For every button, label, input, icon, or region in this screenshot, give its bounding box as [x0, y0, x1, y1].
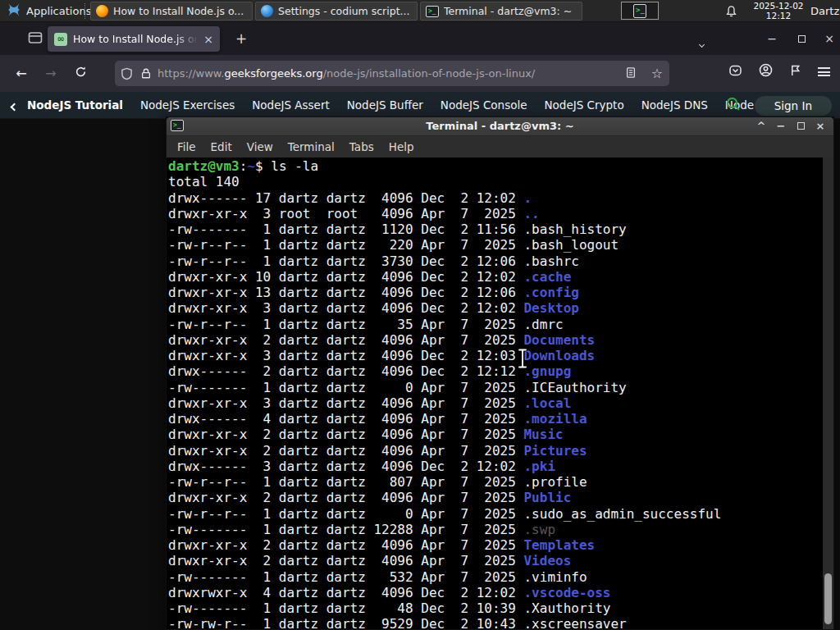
lock-icon[interactable] — [140, 67, 152, 80]
url-domain: geeksforgeeks.org — [224, 67, 322, 80]
terminal-line: -rw------- 1 dartz dartz 1120 Dec 2 11:5… — [168, 221, 823, 237]
terminal-line: drwxr-xr-x 3 dartz dartz 4096 Dec 2 12:0… — [168, 300, 823, 316]
desktop: ∞ How to Install Node.js on × + − × ← → — [0, 0, 840, 630]
terminal-titlebar[interactable]: >_ Terminal - dartz@vm3: ~ ^ − × — [167, 117, 833, 136]
terminal-close-button[interactable]: × — [812, 119, 829, 134]
url-scheme: https://www. — [158, 67, 224, 80]
terminal-line: -rw------- 1 dartz dartz 48 Dec 2 10:39 … — [168, 600, 823, 616]
terminal-minimize-button[interactable]: − — [773, 119, 789, 134]
terminal-line: -rw-r--r-- 1 dartz dartz 220 Apr 7 2025 … — [168, 237, 823, 253]
window-maximize-button[interactable] — [791, 32, 812, 47]
terminal-line: drwxr-xr-x 3 root root 4096 Apr 7 2025 .… — [168, 206, 823, 221]
terminal-screen[interactable]: dartz@vm3:~$ ls -latotal 140drwx------ 1… — [167, 158, 823, 629]
terminal-line: -rw-r--r-- 1 dartz dartz 807 Apr 7 2025 … — [168, 474, 823, 490]
terminal-line: drwxr-xr-x 2 dartz dartz 4096 Apr 7 2025… — [168, 553, 823, 568]
account-icon[interactable] — [759, 63, 773, 80]
terminal-menu-file[interactable]: File — [170, 138, 203, 156]
extensions-icon[interactable] — [789, 64, 801, 80]
terminal-line: -rw------- 1 dartz dartz 532 Apr 7 2025 … — [168, 569, 823, 585]
user-menu[interactable]: Dartz — [810, 5, 839, 17]
terminal-line: -rw-r--r-- 1 dartz dartz 0 Apr 7 2025 .s… — [168, 506, 823, 522]
site-nav-links: NodeJS Tutorial NodeJS ExercisesNodeJS A… — [27, 98, 840, 112]
terminal-scrollbar-thumb[interactable] — [824, 573, 832, 624]
search-icon[interactable] — [725, 96, 742, 116]
clock[interactable]: 2025-12-02 12:12 — [751, 2, 806, 21]
xubuntu-logo-icon — [7, 2, 21, 20]
firefox-toolbar: ← → https://www.geeksforgeeks.org/node-j… — [0, 55, 840, 92]
nav-link-nodejs-assert[interactable]: NodeJS Assert — [252, 98, 330, 112]
geeksforgeeks-favicon-icon: ∞ — [54, 33, 67, 46]
terminal-line: drwxr-xr-x 2 dartz dartz 4096 Apr 7 2025… — [168, 537, 823, 553]
reader-mode-icon[interactable] — [625, 66, 637, 81]
terminal-icon: >_ — [426, 6, 439, 17]
task-label: Settings - codium script... — [278, 5, 409, 17]
terminal-line: drwxr-xr-x 2 dartz dartz 4096 Apr 7 2025… — [168, 443, 823, 459]
terminal-line: drwxr-xr-x 10 dartz dartz 4096 Dec 2 12:… — [168, 269, 823, 285]
terminal-line: drwxr-xr-x 2 dartz dartz 4096 Apr 7 2025… — [168, 490, 823, 505]
nav-link-nodejs-console[interactable]: NodeJS Console — [441, 98, 527, 112]
nav-link-nodejs-buffer[interactable]: NodeJS Buffer — [347, 98, 423, 112]
taskbar-button-firefox[interactable]: How to Install Node.js o... — [90, 2, 253, 21]
clock-date: 2025-12-02 — [751, 2, 806, 11]
top-panel: Applications How to Install Node.js o...… — [0, 0, 840, 22]
terminal-line: -rw-rw-r-- 1 dartz dartz 9529 Dec 2 10:4… — [168, 616, 823, 629]
terminal-line: drwxr-xr-x 2 dartz dartz 4096 Apr 7 2025… — [168, 427, 823, 442]
terminal-window: >_ Terminal - dartz@vm3: ~ ^ − × FileEdi… — [166, 116, 834, 630]
terminal-shade-button[interactable]: ^ — [753, 119, 769, 134]
terminal-line: drwxr-xr-x 13 dartz dartz 4096 Dec 2 12:… — [168, 285, 823, 300]
taskbar-button-codium[interactable]: Settings - codium script... — [255, 2, 418, 21]
terminal-line: -rw-r--r-- 1 dartz dartz 3730 Dec 2 12:0… — [168, 253, 823, 269]
terminal-line: drwxrwxr-x 4 dartz dartz 4096 Dec 2 12:0… — [168, 585, 823, 600]
panel-separator — [84, 3, 88, 19]
terminal-menu-terminal[interactable]: Terminal — [281, 138, 342, 156]
url-path: /node-js/installation-of-node-js-on-linu… — [323, 67, 536, 80]
taskbar: How to Install Node.js o...Settings - co… — [90, 2, 582, 21]
workspace-pager[interactable]: >_ — [621, 2, 659, 20]
firefox-view-icon[interactable] — [28, 31, 43, 48]
terminal-line: drwx------ 2 dartz dartz 4096 Dec 2 12:1… — [168, 363, 823, 379]
terminal-menu-tabs[interactable]: Tabs — [342, 138, 381, 156]
url-bar[interactable]: https://www.geeksforgeeks.org/node-js/in… — [115, 61, 669, 86]
terminal-line: drwx------ 4 dartz dartz 4096 Apr 7 2025… — [168, 411, 823, 427]
task-label: Terminal - dartz@vm3: ~ — [444, 5, 572, 17]
terminal-scrollbar[interactable] — [823, 158, 833, 629]
browser-tab[interactable]: ∞ How to Install Node.js on × — [48, 26, 220, 52]
terminal-line: drwxr-xr-x 2 dartz dartz 4096 Apr 7 2025… — [168, 332, 823, 348]
terminal-line: drwxr-xr-x 3 dartz dartz 4096 Apr 7 2025… — [168, 395, 823, 411]
sign-in-button[interactable]: Sign In — [755, 96, 832, 116]
applications-menu-button[interactable]: Applications — [0, 0, 98, 22]
terminal-menu-edit[interactable]: Edit — [203, 138, 240, 156]
window-close-button[interactable]: × — [819, 32, 840, 47]
firefox-tab-bar: ∞ How to Install Node.js on × + − × — [0, 22, 840, 55]
back-button[interactable]: ← — [11, 64, 31, 84]
nav-link-current[interactable]: NodeJS Tutorial — [27, 98, 123, 112]
forward-button[interactable]: → — [41, 64, 61, 84]
terminal-line: -rw------- 1 dartz dartz 12288 Apr 7 202… — [168, 522, 823, 537]
notification-bell-icon[interactable] — [725, 5, 737, 21]
terminal-line: drwx------ 3 dartz dartz 4096 Dec 2 12:0… — [168, 459, 823, 474]
terminal-menu-view[interactable]: View — [240, 138, 281, 156]
pocket-icon[interactable] — [728, 64, 742, 80]
firefox-icon — [96, 5, 108, 17]
nav-scroll-left-icon[interactable] — [11, 98, 17, 113]
taskbar-button-terminal[interactable]: >_Terminal - dartz@vm3: ~ — [420, 2, 582, 21]
menu-hamburger-icon[interactable] — [818, 67, 830, 76]
tracking-shield-icon[interactable] — [121, 67, 133, 80]
terminal-menu-help[interactable]: Help — [381, 138, 422, 156]
bookmark-star-icon[interactable]: ☆ — [651, 67, 663, 80]
nav-link-nodejs-exercises[interactable]: NodeJS Exercises — [140, 98, 235, 112]
tab-close-icon[interactable]: × — [203, 34, 213, 45]
list-all-tabs-chevron-icon[interactable] — [700, 34, 704, 50]
terminal-maximize-button[interactable] — [792, 119, 809, 134]
applications-label: Applications — [26, 5, 91, 17]
nav-link-nodejs-dns[interactable]: NodeJS DNS — [641, 98, 708, 112]
window-minimize-button[interactable]: − — [761, 32, 783, 47]
nav-link-nodejs-crypto[interactable]: NodeJS Crypto — [545, 98, 624, 112]
codium-icon — [261, 5, 273, 17]
reload-button[interactable] — [71, 64, 90, 84]
terminal-line: drwxr-xr-x 3 dartz dartz 4096 Dec 2 12:0… — [168, 348, 823, 363]
terminal-line: -rw-r--r-- 1 dartz dartz 35 Apr 7 2025 .… — [168, 317, 823, 332]
new-tab-button[interactable]: + — [231, 29, 251, 48]
terminal-line: -rw------- 1 dartz dartz 0 Apr 7 2025 .I… — [168, 380, 823, 395]
terminal-line: dartz@vm3:~$ ls -la — [168, 158, 823, 174]
